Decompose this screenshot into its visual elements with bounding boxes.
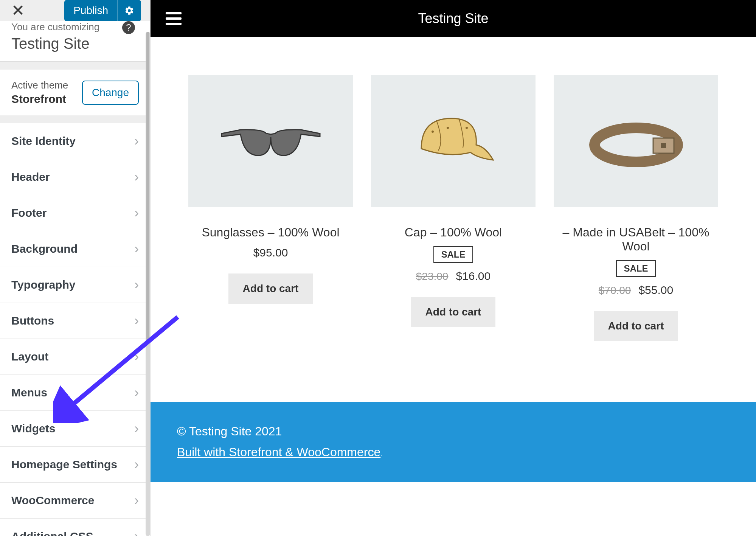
active-theme-label: Active theme — [11, 79, 68, 91]
menu-item-menus[interactable]: Menus› — [0, 375, 150, 411]
menu-label: WooCommerce — [11, 494, 95, 507]
chevron-right-icon: › — [134, 528, 139, 536]
sidebar-header: You are customizing Testing Site ? — [0, 21, 150, 62]
sale-badge: SALE — [616, 260, 655, 277]
product-card: – Made in USABelt – 100% Wool SALE $70.0… — [554, 37, 718, 341]
product-name[interactable]: Sunglasses – 100% Wool — [202, 225, 339, 239]
change-theme-button[interactable]: Change — [82, 81, 139, 105]
preview-site-title: Testing Site — [418, 11, 488, 26]
chevron-right-icon: › — [134, 241, 139, 257]
sidebar-scrollbar[interactable] — [146, 32, 150, 536]
product-old-price: $70.00 — [599, 284, 631, 297]
chevron-right-icon: › — [134, 313, 139, 329]
close-button[interactable]: ✕ — [11, 3, 25, 19]
customizer-menu: Site Identity› Header› Footer› Backgroun… — [0, 123, 150, 536]
customizing-label: You are customizing — [11, 21, 139, 33]
customizer-sidebar: ✕ Publish You are customizing Testing Si… — [0, 0, 151, 536]
cap-icon — [410, 107, 497, 175]
chevron-right-icon: › — [134, 205, 139, 221]
product-prices: $70.00 $55.00 — [599, 284, 673, 297]
product-card: Sunglasses – 100% Wool $95.00 Add to car… — [188, 37, 353, 341]
scrollbar-thumb[interactable] — [146, 32, 149, 342]
chevron-right-icon: › — [134, 169, 139, 185]
chevron-right-icon: › — [134, 349, 139, 365]
chevron-right-icon: › — [134, 277, 139, 293]
belt-icon — [587, 111, 685, 171]
menu-item-homepage-settings[interactable]: Homepage Settings› — [0, 447, 150, 483]
product-image[interactable] — [371, 75, 536, 207]
footer-credit-link[interactable]: Built with Storefront & WooCommerce — [177, 445, 380, 459]
chevron-right-icon: › — [134, 492, 139, 508]
sidebar-topbar: ✕ Publish — [0, 0, 150, 21]
menu-item-woocommerce[interactable]: WooCommerce› — [0, 483, 150, 519]
menu-item-typography[interactable]: Typography› — [0, 267, 150, 303]
gear-icon — [124, 6, 134, 16]
menu-label: Menus — [11, 386, 47, 399]
chevron-right-icon: › — [134, 133, 139, 149]
chevron-right-icon: › — [134, 421, 139, 437]
menu-item-additional-css[interactable]: Additional CSS› — [0, 519, 150, 536]
add-to-cart-button[interactable]: Add to cart — [411, 297, 496, 327]
preview-header: Testing Site — [151, 0, 756, 37]
menu-item-footer[interactable]: Footer› — [0, 195, 150, 231]
menu-label: Background — [11, 242, 78, 255]
menu-label: Layout — [11, 350, 48, 363]
site-name-title: Testing Site — [11, 35, 139, 52]
footer-copyright: © Testing Site 2021 — [177, 424, 730, 438]
footer-credit-line: Built with Storefront & WooCommerce. — [177, 445, 730, 459]
menu-label: Site Identity — [11, 135, 76, 148]
menu-item-site-identity[interactable]: Site Identity› — [0, 123, 150, 159]
preview-footer: © Testing Site 2021 Built with Storefron… — [151, 402, 756, 482]
svg-rect-6 — [661, 143, 666, 148]
sunglasses-icon — [218, 115, 324, 168]
active-theme-block: Active theme Storefront Change — [0, 69, 150, 115]
hamburger-menu-icon[interactable] — [166, 12, 182, 25]
menu-item-layout[interactable]: Layout› — [0, 339, 150, 375]
chevron-right-icon: › — [134, 457, 139, 472]
publish-settings-button[interactable] — [117, 0, 141, 21]
product-image[interactable] — [554, 75, 718, 207]
menu-item-background[interactable]: Background› — [0, 231, 150, 267]
product-old-price: $23.00 — [416, 270, 449, 283]
menu-item-header[interactable]: Header› — [0, 159, 150, 195]
product-card: Cap – 100% Wool SALE $23.00 $16.00 Add t… — [371, 37, 536, 341]
menu-label: Widgets — [11, 422, 55, 435]
menu-label: Buttons — [11, 314, 54, 327]
menu-item-buttons[interactable]: Buttons› — [0, 303, 150, 339]
add-to-cart-button[interactable]: Add to cart — [594, 311, 678, 341]
menu-item-widgets[interactable]: Widgets› — [0, 411, 150, 447]
menu-label: Footer — [11, 207, 47, 219]
product-image[interactable] — [188, 75, 353, 207]
help-icon[interactable]: ? — [122, 21, 135, 34]
product-price: $95.00 — [253, 246, 288, 259]
publish-group: Publish — [64, 0, 141, 21]
add-to-cart-button[interactable]: Add to cart — [228, 273, 313, 304]
svg-point-3 — [466, 127, 468, 129]
product-grid: Sunglasses – 100% Wool $95.00 Add to car… — [151, 37, 756, 341]
active-theme-name: Storefront — [11, 93, 68, 106]
svg-point-1 — [447, 127, 449, 129]
menu-label: Additional CSS — [11, 530, 93, 536]
product-price: $55.00 — [638, 284, 673, 297]
product-prices: $95.00 — [253, 246, 288, 259]
menu-label: Header — [11, 171, 50, 183]
product-price: $16.00 — [456, 270, 491, 283]
product-name[interactable]: – Made in USABelt – 100% Wool — [554, 225, 718, 253]
sale-badge: SALE — [433, 246, 473, 263]
product-name[interactable]: Cap – 100% Wool — [405, 225, 502, 239]
svg-point-2 — [432, 131, 434, 133]
menu-label: Homepage Settings — [11, 458, 117, 471]
preview-pane: Testing Site Sunglasses – 100% Wool $95.… — [151, 0, 756, 536]
product-prices: $23.00 $16.00 — [416, 270, 491, 283]
publish-button[interactable]: Publish — [64, 0, 117, 21]
chevron-right-icon: › — [134, 385, 139, 401]
menu-label: Typography — [11, 278, 75, 291]
